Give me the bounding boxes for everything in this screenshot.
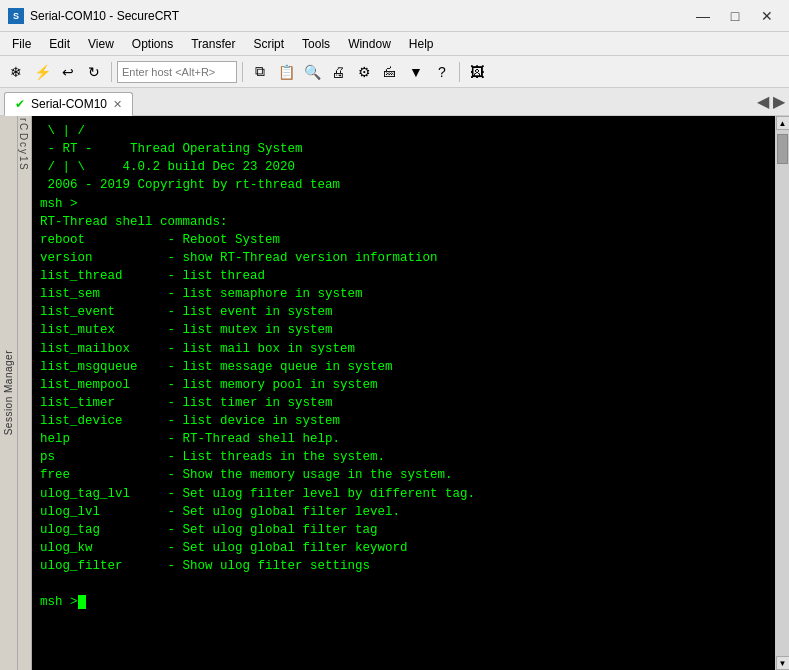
menu-options[interactable]: Options: [124, 35, 181, 53]
tab-close-button[interactable]: ✕: [113, 99, 122, 110]
enter-host-input[interactable]: [117, 61, 237, 83]
toolbar-btn-1[interactable]: ❄: [4, 60, 28, 84]
left-panel-y[interactable]: y: [20, 149, 29, 154]
app-icon: S: [8, 8, 24, 24]
terminal-container[interactable]: \ | / - RT - Thread Operating System / |…: [32, 116, 775, 670]
left-panel-r[interactable]: r: [20, 118, 29, 121]
toolbar-find-btn[interactable]: 🔍: [300, 60, 324, 84]
menu-script[interactable]: Script: [245, 35, 292, 53]
menu-view[interactable]: View: [80, 35, 122, 53]
left-panel-C[interactable]: C: [20, 123, 29, 130]
left-panel-D[interactable]: D: [20, 133, 29, 140]
left-panel-S[interactable]: S: [20, 163, 29, 170]
left-panel-c[interactable]: c: [20, 142, 29, 147]
left-panel-1[interactable]: 1: [20, 156, 29, 162]
menu-tools[interactable]: Tools: [294, 35, 338, 53]
window-title: Serial-COM10 - SecureCRT: [30, 9, 179, 23]
tab-nav: ◀ ▶: [757, 92, 785, 115]
tab-serial-com10[interactable]: ✔ Serial-COM10 ✕: [4, 92, 133, 116]
scrollbar-thumb[interactable]: [777, 134, 788, 164]
toolbar-separator-1: [111, 62, 112, 82]
toolbar-btn-2[interactable]: ⚡: [30, 60, 54, 84]
maximize-button[interactable]: □: [721, 5, 749, 27]
tab-bar: ✔ Serial-COM10 ✕ ◀ ▶: [0, 88, 789, 116]
menu-window[interactable]: Window: [340, 35, 399, 53]
menu-edit[interactable]: Edit: [41, 35, 78, 53]
scrollbar-down-arrow[interactable]: ▼: [776, 656, 790, 670]
toolbar-paste-btn[interactable]: 📋: [274, 60, 298, 84]
toolbar-print-btn[interactable]: 🖨: [326, 60, 350, 84]
toolbar-filter-btn[interactable]: ▼: [404, 60, 428, 84]
toolbar-separator-3: [459, 62, 460, 82]
session-manager-sidebar[interactable]: Session Manager: [0, 116, 18, 670]
menu-transfer[interactable]: Transfer: [183, 35, 243, 53]
title-bar-controls: — □ ✕: [689, 5, 781, 27]
menu-bar: File Edit View Options Transfer Script T…: [0, 32, 789, 56]
toolbar: ❄ ⚡ ↩ ↻ ⧉ 📋 🔍 🖨 ⚙ 🖮 ▼ ? 🖼: [0, 56, 789, 88]
menu-file[interactable]: File: [4, 35, 39, 53]
toolbar-copy-btn[interactable]: ⧉: [248, 60, 272, 84]
toolbar-btn-3[interactable]: ↩: [56, 60, 80, 84]
toolbar-settings-btn[interactable]: ⚙: [352, 60, 376, 84]
scrollbar-track[interactable]: [776, 130, 789, 656]
tab-prev-icon[interactable]: ◀: [757, 92, 769, 111]
toolbar-separator-2: [242, 62, 243, 82]
terminal-output: \ | / - RT - Thread Operating System / |…: [32, 116, 775, 670]
title-bar: S Serial-COM10 - SecureCRT — □ ✕: [0, 0, 789, 32]
session-manager-label: Session Manager: [3, 350, 14, 435]
title-bar-left: S Serial-COM10 - SecureCRT: [8, 8, 179, 24]
left-panel: r C D c y 1 S: [18, 116, 32, 670]
tab-check-icon: ✔: [15, 97, 25, 111]
menu-help[interactable]: Help: [401, 35, 442, 53]
close-button[interactable]: ✕: [753, 5, 781, 27]
minimize-button[interactable]: —: [689, 5, 717, 27]
tab-label: Serial-COM10: [31, 97, 107, 111]
tab-next-icon[interactable]: ▶: [773, 92, 785, 111]
terminal-scrollbar[interactable]: ▲ ▼: [775, 116, 789, 670]
toolbar-btn-4[interactable]: ↻: [82, 60, 106, 84]
main-area: Session Manager r C D c y 1 S \ | / - RT…: [0, 116, 789, 670]
toolbar-keymap-btn[interactable]: 🖮: [378, 60, 402, 84]
scrollbar-up-arrow[interactable]: ▲: [776, 116, 790, 130]
toolbar-help-btn[interactable]: ?: [430, 60, 454, 84]
toolbar-script-btn[interactable]: 🖼: [465, 60, 489, 84]
